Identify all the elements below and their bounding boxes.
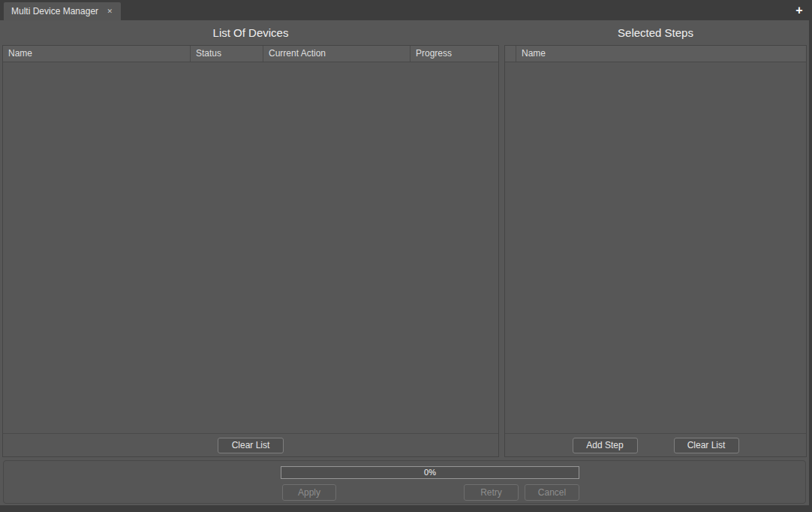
steps-clear-list-button[interactable]: Clear List: [674, 438, 739, 453]
column-header-progress[interactable]: Progress: [410, 46, 498, 62]
steps-panel: Name Add Step Clear List: [504, 45, 807, 457]
devices-panel-buttons: Clear List: [3, 434, 498, 456]
steps-grid-body: [505, 62, 806, 434]
new-tab-button[interactable]: +: [791, 3, 807, 18]
footer-panel: 0% Apply Retry Cancel: [3, 460, 806, 504]
devices-panel: Name Status Current Action Progress Clea…: [2, 45, 499, 457]
tab-bar: Multi Device Manager ✕ +: [0, 0, 812, 20]
row-selector-column-header: [505, 46, 516, 62]
progress-bar-label: 0%: [281, 467, 579, 478]
steps-panel-buttons: Add Step Clear List: [505, 434, 806, 456]
add-step-button[interactable]: Add Step: [573, 438, 638, 453]
column-header-current-action[interactable]: Current Action: [263, 46, 410, 62]
main-content: List Of Devices Selected Steps Name Stat…: [0, 20, 809, 505]
multi-device-manager-window: Multi Device Manager ✕ + List Of Devices…: [0, 0, 812, 512]
apply-button[interactable]: Apply: [282, 484, 336, 501]
column-header-step-name[interactable]: Name: [516, 46, 806, 62]
tab-multi-device-manager[interactable]: Multi Device Manager ✕: [4, 2, 121, 20]
progress-bar: 0%: [281, 466, 579, 479]
plus-icon: +: [795, 5, 802, 17]
cancel-button[interactable]: Cancel: [525, 484, 579, 501]
steps-grid-header: Name: [505, 46, 806, 62]
devices-grid-body: [3, 62, 498, 434]
steps-panel-title: Selected Steps: [504, 26, 807, 41]
devices-clear-list-button[interactable]: Clear List: [218, 438, 284, 453]
devices-panel-title: List Of Devices: [2, 26, 499, 41]
column-header-status[interactable]: Status: [190, 46, 263, 62]
tab-label: Multi Device Manager: [11, 6, 104, 17]
tab-close-icon[interactable]: ✕: [104, 7, 115, 17]
retry-button[interactable]: Retry: [464, 484, 519, 501]
devices-grid-header: Name Status Current Action Progress: [3, 46, 498, 62]
column-header-name[interactable]: Name: [3, 46, 190, 62]
